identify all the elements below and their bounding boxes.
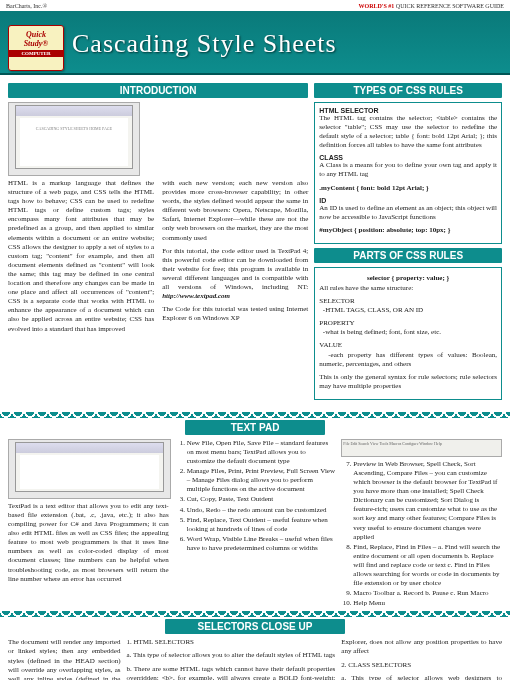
publisher: BarCharts, Inc.® [6, 3, 47, 9]
list-item: Cut, Copy, Paste, Text Outdent [187, 495, 336, 504]
list-item: Help Menu [353, 599, 502, 608]
list-item: Manage Files, Print, Print Preview, Full… [187, 467, 336, 494]
section-types: TYPES OF CSS RULES [314, 83, 502, 98]
html-sel-a: a. This type of selector allows you to a… [126, 651, 335, 660]
list-item: Macro Toolbar a. Record b. Pause c. Run … [353, 589, 502, 598]
intro-para-1: HTML is a markup language that defines t… [8, 179, 154, 334]
section-parts: PARTS OF CSS RULES [314, 248, 502, 263]
html-selectors-h: 1. HTML SELECTORS [126, 638, 335, 647]
textpad-list-1: New File, Open File, Save File – standar… [175, 439, 336, 553]
class-selectors-h: 2. CLASS SELECTORS [341, 661, 502, 670]
html-sel-c: Explorer, does not allow any position pr… [341, 638, 502, 656]
screenshot-browser: CASCADING STYLE SHEETS HOME PAGE [8, 102, 140, 176]
row-1: INTRODUCTION CASCADING STYLE SHEETS HOME… [0, 75, 510, 410]
section-selectors: SELECTORS CLOSE UP [165, 619, 345, 634]
top-bar: BarCharts, Inc.® WORLD'S #1 QUICK REFERE… [0, 0, 510, 11]
list-item: New File, Open File, Save File – standar… [187, 439, 336, 466]
tagline: WORLD'S #1 QUICK REFERENCE SOFTWARE GUID… [358, 3, 504, 9]
screenshot-textpad [8, 439, 171, 499]
class-sel-a: a. This type of selector allows web desi… [341, 674, 502, 680]
list-item: Preview in Web Browser, Spell Check, Sor… [353, 460, 502, 542]
quickstudy-logo: QuickStudy® COMPUTER [8, 25, 64, 71]
list-item: Find, Replace, Text Outdent – useful fea… [187, 516, 336, 534]
textpad-row: TextPad is a text editor that allows you… [8, 439, 502, 610]
list-item: Undo, Redo – the redo amount can be cust… [187, 506, 336, 515]
parts-box: selector { property: value; } All rules … [314, 267, 502, 400]
divider-scallop [0, 412, 510, 418]
textpad-list-2: Preview in Web Browser, Spell Check, Sor… [341, 460, 502, 542]
page-title: Cascading Style Sheets [72, 29, 337, 59]
html-sel-b: b. There are some HTML tags which cannot… [126, 665, 335, 680]
intro-para-2: with each new version; each new version … [162, 179, 308, 243]
types-box: HTML SELECTOR The HTML tag contains the … [314, 102, 502, 244]
screenshot-toolbar: File Edit Search View Tools Macros Confi… [341, 439, 502, 457]
list-item: Word Wrap, Visible Line Breaks – useful … [187, 535, 336, 553]
list-item: Find, Replace, Find in Files – a. Find w… [353, 543, 502, 588]
selclose-intro: The document will render any imported or… [8, 638, 120, 680]
textpad-para: TextPad is a text editor that allows you… [8, 502, 169, 584]
header: QuickStudy® COMPUTER Cascading Style She… [0, 11, 510, 75]
section-textpad: TEXT PAD [185, 420, 325, 435]
textpad-list-3: Find, Replace, Find in Files – a. Find w… [341, 543, 502, 609]
intro-para-4: The Code for this tutorial was tested us… [162, 305, 308, 323]
selectors-row: The document will render any imported or… [8, 638, 502, 680]
section-introduction: INTRODUCTION [8, 83, 308, 98]
divider-scallop-2 [0, 611, 510, 617]
intro-para-3: For this tutorial, the code editor used … [162, 247, 308, 302]
